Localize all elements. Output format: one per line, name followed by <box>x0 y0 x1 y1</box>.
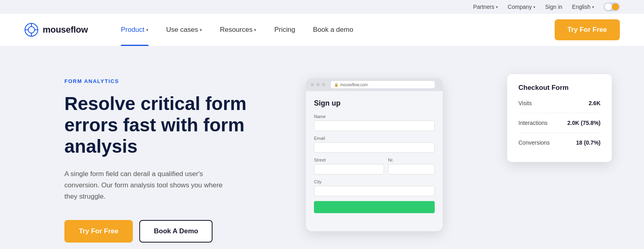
nav-book-demo[interactable]: Book a demo <box>304 14 362 46</box>
topbar: Partners ▾ Company ▾ Sign in English ▾ <box>0 0 644 14</box>
nav-resources-chevron-icon: ▾ <box>254 27 256 33</box>
partners-chevron-icon: ▾ <box>496 5 498 9</box>
hero-book-demo-button[interactable]: Book A Demo <box>139 220 213 243</box>
toggle-knob <box>605 3 612 10</box>
hero-title: Resolve critical form errors fast with f… <box>64 93 274 157</box>
stats-card: Checkout Form Visits 2.6K Interactions 2… <box>507 74 612 162</box>
form-label-city: City <box>314 179 435 184</box>
nav-use-cases-chevron-icon: ▾ <box>200 27 202 33</box>
hero-description: A single form field can derail a qualifi… <box>64 168 233 202</box>
browser-url-bar: 🔒 mouseflow.com <box>331 81 435 88</box>
form-input-street[interactable] <box>314 164 384 174</box>
form-label-street: Street <box>314 158 384 162</box>
browser-dot-3 <box>322 83 325 86</box>
form-input-city[interactable] <box>314 186 435 196</box>
navbar: mouseflow Product ▾ Use cases ▾ Resource… <box>0 14 644 46</box>
nav-pricing[interactable]: Pricing <box>265 14 304 46</box>
stats-value-visits: 2.6K <box>588 100 601 106</box>
form-submit-button[interactable] <box>314 201 435 213</box>
browser-content: Sign up Name Email Street Nr. City <box>306 91 443 231</box>
company-label: Company <box>508 4 532 10</box>
hero-try-free-button[interactable]: Try For Free <box>64 220 133 243</box>
signin-link[interactable]: Sign in <box>545 4 562 10</box>
theme-toggle-wrap <box>604 2 620 11</box>
nav-book-demo-label: Book a demo <box>313 26 353 34</box>
stats-value-conversions: 18 (0.7%) <box>576 139 601 146</box>
partners-link[interactable]: Partners ▾ <box>473 4 498 10</box>
form-street-left: Street <box>314 158 384 179</box>
company-link[interactable]: Company ▾ <box>508 4 535 10</box>
hero-text-block: FORM ANALYTICS Resolve critical form err… <box>64 74 274 243</box>
nav-resources[interactable]: Resources ▾ <box>211 14 265 46</box>
nav-product-label: Product <box>121 26 144 34</box>
lock-icon: 🔒 <box>334 83 339 87</box>
svg-point-1 <box>28 27 35 33</box>
toggle-sun-icon <box>612 3 619 10</box>
logo-link[interactable]: mouseflow <box>24 23 88 37</box>
nav-resources-label: Resources <box>220 26 252 34</box>
browser-url-text: mouseflow.com <box>340 83 368 87</box>
partners-label: Partners <box>473 4 494 10</box>
stats-row-interactions: Interactions 2.0K (75.8%) <box>518 120 601 126</box>
nav-try-free-button[interactable]: Try For Free <box>555 19 620 40</box>
company-chevron-icon: ▾ <box>533 5 535 9</box>
stats-label-visits: Visits <box>518 100 532 106</box>
stats-row-visits: Visits 2.6K <box>518 100 601 106</box>
form-row-street: Street Nr. <box>314 158 435 179</box>
signin-label: Sign in <box>545 4 562 10</box>
nav-product[interactable]: Product ▾ <box>112 14 157 46</box>
theme-toggle[interactable] <box>604 2 620 11</box>
form-input-email[interactable] <box>314 142 435 153</box>
hero-section: FORM ANALYTICS Resolve critical form err… <box>0 46 644 249</box>
stats-divider-1 <box>518 113 601 113</box>
hero-label: FORM ANALYTICS <box>64 78 274 84</box>
hero-visual: 🔒 mouseflow.com Sign up Name Email Stree… <box>274 70 620 239</box>
language-chevron-icon: ▾ <box>592 5 594 9</box>
stats-row-conversions: Conversions 18 (0.7%) <box>518 139 601 146</box>
form-input-name[interactable] <box>314 120 435 131</box>
browser-bar: 🔒 mouseflow.com <box>306 78 443 91</box>
stats-label-conversions: Conversions <box>518 139 550 146</box>
nav-links: Product ▾ Use cases ▾ Resources ▾ Pricin… <box>112 14 555 46</box>
browser-dot-2 <box>316 83 320 86</box>
form-title: Sign up <box>314 99 435 108</box>
stats-value-interactions: 2.0K (75.8%) <box>568 120 601 126</box>
form-label-nr: Nr. <box>388 158 435 162</box>
logo-text: mouseflow <box>43 25 88 35</box>
form-nr-right: Nr. <box>388 158 435 179</box>
browser-mockup: 🔒 mouseflow.com Sign up Name Email Stree… <box>306 78 443 231</box>
language-selector[interactable]: English ▾ <box>572 4 594 10</box>
nav-pricing-label: Pricing <box>274 26 295 34</box>
stats-label-interactions: Interactions <box>518 120 547 126</box>
stats-divider-2 <box>518 133 601 133</box>
language-label: English <box>572 4 590 10</box>
nav-use-cases-label: Use cases <box>166 26 198 34</box>
logo-icon <box>24 23 39 37</box>
form-label-name: Name <box>314 114 435 119</box>
stats-card-title: Checkout Form <box>518 84 601 92</box>
nav-use-cases[interactable]: Use cases ▾ <box>157 14 211 46</box>
form-label-email: Email <box>314 136 435 141</box>
nav-product-chevron-icon: ▾ <box>146 27 149 33</box>
hero-buttons: Try For Free Book A Demo <box>64 220 274 243</box>
browser-dot-1 <box>311 83 314 86</box>
form-input-nr[interactable] <box>388 164 435 174</box>
